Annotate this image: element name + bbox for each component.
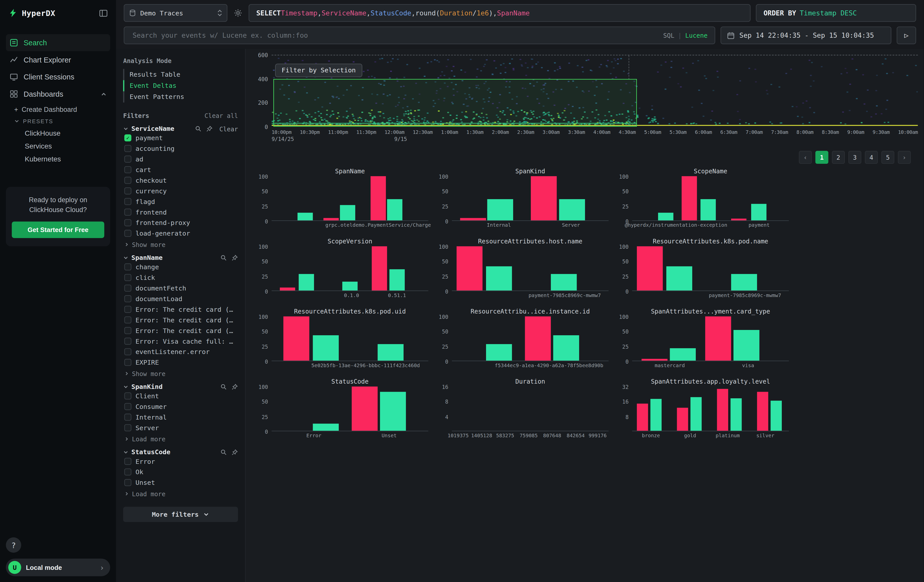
sidebar-item-services[interactable]: Services	[11, 140, 110, 153]
delta-bar[interactable]	[372, 246, 387, 290]
chart-plot[interactable]	[632, 246, 789, 291]
delta-bar[interactable]	[637, 403, 648, 431]
delta-bar[interactable]	[313, 335, 338, 361]
filter-group-name[interactable]: StatusCode	[131, 448, 170, 456]
filter-checkbox-row[interactable]: click	[123, 272, 238, 283]
date-range-picker[interactable]: Sep 14 22:04:35 - Sep 15 10:04:35	[721, 26, 891, 44]
pagination-page-1[interactable]: 1	[815, 151, 828, 164]
delta-bar[interactable]	[731, 274, 757, 290]
pin-icon[interactable]	[206, 125, 213, 132]
pagination-page-3[interactable]: 3	[848, 151, 861, 164]
heatmap-plot[interactable]: Filter by Selection	[271, 55, 918, 127]
filter-show-more-link[interactable]: Load more	[123, 488, 238, 497]
checkbox[interactable]	[124, 424, 131, 432]
filters-clear-all-link[interactable]: Clear all	[205, 112, 238, 119]
pagination-page-5[interactable]: 5	[881, 151, 894, 164]
filter-search-icon[interactable]	[220, 255, 227, 261]
filter-checkbox-row[interactable]: documentLoad	[123, 293, 238, 304]
source-select[interactable]: Demo Traces	[124, 4, 228, 22]
checkbox[interactable]	[124, 479, 131, 486]
delta-bar[interactable]	[667, 266, 692, 290]
chart-plot[interactable]	[271, 246, 428, 291]
delta-bar[interactable]	[681, 176, 697, 220]
delta-bar[interactable]	[283, 316, 309, 361]
checkbox[interactable]	[124, 187, 131, 195]
checkbox[interactable]	[124, 327, 131, 334]
chart-plot[interactable]	[632, 316, 789, 361]
delta-bar[interactable]	[658, 213, 673, 220]
sidebar-item-create-dashboard[interactable]: + Create Dashboard	[11, 104, 110, 115]
checkbox[interactable]	[124, 316, 131, 323]
filter-search-icon[interactable]	[220, 384, 227, 390]
chevron-down-icon[interactable]	[123, 126, 129, 131]
delta-bar[interactable]	[757, 392, 768, 431]
help-button[interactable]: ?	[6, 537, 21, 553]
chart-plot[interactable]	[271, 316, 428, 361]
pagination-next-button[interactable]: ›	[898, 151, 911, 164]
checkbox[interactable]	[124, 219, 131, 226]
delta-bar[interactable]	[701, 199, 716, 220]
delta-bar[interactable]	[677, 408, 688, 431]
chevron-down-icon[interactable]	[123, 384, 129, 389]
pagination-page-4[interactable]: 4	[865, 151, 878, 164]
filter-checkbox-row[interactable]: Consumer	[123, 401, 238, 412]
filter-checkbox-row[interactable]: ✓payment	[123, 133, 238, 143]
sidebar-item-chart-explorer[interactable]: Chart Explorer	[6, 51, 110, 69]
delta-bar[interactable]	[551, 274, 577, 290]
filter-checkbox-row[interactable]: Error: Visa cache full: …	[123, 336, 238, 346]
filter-checkbox-row[interactable]: Ok	[123, 467, 238, 477]
delta-bar[interactable]	[690, 397, 701, 431]
delta-bar[interactable]	[323, 218, 339, 220]
chart-plot[interactable]	[271, 176, 428, 221]
checkbox[interactable]	[124, 392, 131, 399]
delta-bar[interactable]	[486, 344, 512, 361]
delta-bar[interactable]	[460, 218, 486, 220]
sidebar-item-clickhouse[interactable]: ClickHouse	[11, 127, 110, 140]
checkbox[interactable]	[124, 403, 131, 410]
delta-bar[interactable]	[771, 401, 782, 431]
more-filters-button[interactable]: More filters	[123, 507, 238, 522]
checkbox[interactable]	[124, 166, 131, 173]
delta-bar[interactable]	[457, 246, 482, 290]
delta-bar[interactable]	[487, 199, 513, 220]
sql-select-input[interactable]: SELECT Timestamp, ServiceName, StatusCod…	[249, 4, 751, 22]
collapse-sidebar-icon[interactable]	[99, 8, 108, 18]
analysis-mode-event-patterns[interactable]: Event Patterns	[123, 91, 238, 102]
delta-bar[interactable]	[751, 203, 767, 220]
delta-bar[interactable]	[670, 348, 696, 361]
checkbox[interactable]	[124, 414, 131, 421]
delta-bar[interactable]	[352, 386, 378, 431]
chevron-down-icon[interactable]	[123, 450, 129, 455]
chevron-down-icon[interactable]	[123, 255, 129, 260]
delta-bar[interactable]	[642, 359, 667, 361]
chart-plot[interactable]	[632, 176, 789, 221]
chart-plot[interactable]	[632, 386, 789, 431]
checkbox[interactable]	[124, 348, 131, 355]
delta-bar[interactable]	[371, 176, 386, 220]
filter-group-name[interactable]: SpanName	[131, 254, 162, 262]
delta-bar[interactable]	[280, 287, 295, 290]
delta-bar[interactable]	[717, 389, 728, 431]
delta-bar[interactable]	[297, 212, 313, 220]
delta-bar[interactable]	[531, 176, 557, 220]
checkbox[interactable]	[124, 264, 131, 270]
filter-checkbox-row[interactable]: currency	[123, 185, 238, 196]
analysis-mode-event-deltas[interactable]: Event Deltas	[123, 80, 238, 91]
checkbox[interactable]	[124, 338, 131, 345]
pin-icon[interactable]	[231, 255, 238, 261]
delta-bar[interactable]	[378, 344, 404, 361]
pagination-prev-button[interactable]: ‹	[799, 151, 812, 164]
chart-plot[interactable]	[271, 386, 428, 431]
delta-bar[interactable]	[525, 316, 551, 361]
delta-bar[interactable]	[313, 424, 338, 431]
pagination-page-2[interactable]: 2	[832, 151, 845, 164]
filter-by-selection-button[interactable]: Filter by Selection	[275, 64, 362, 77]
delta-bar[interactable]	[731, 219, 747, 220]
pin-icon[interactable]	[231, 449, 238, 455]
delta-bar[interactable]	[340, 205, 355, 220]
delta-bar[interactable]	[553, 335, 579, 361]
filter-checkbox-row[interactable]: Internal	[123, 412, 238, 422]
pin-icon[interactable]	[231, 384, 238, 390]
delta-bar[interactable]	[637, 246, 663, 290]
checkbox[interactable]	[124, 285, 131, 292]
